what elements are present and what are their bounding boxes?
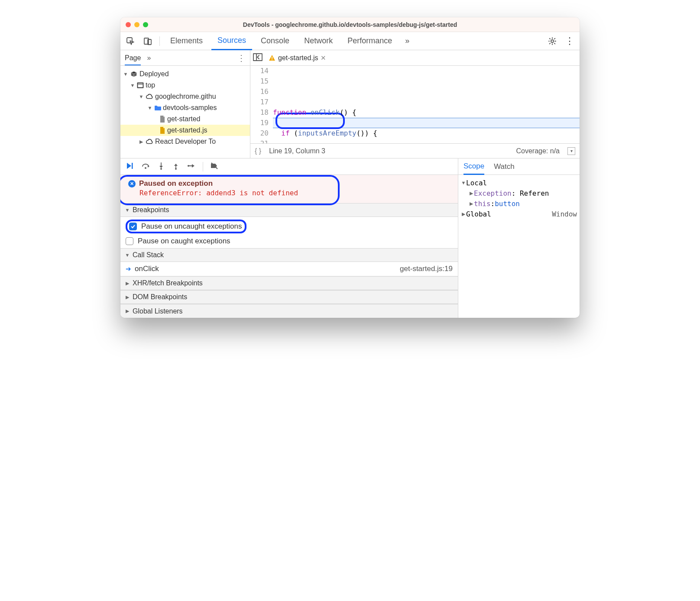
pane-title: XHR/fetch Breakpoints <box>133 279 203 287</box>
svg-point-11 <box>145 167 146 169</box>
global-listeners-header[interactable]: ▶Global Listeners <box>120 304 458 318</box>
cursor-position: Line 19, Column 3 <box>269 147 325 155</box>
paused-title: Paused on exception <box>139 179 213 188</box>
line-number: 18 <box>250 107 269 118</box>
scope-exception[interactable]: ▶Exception: Referen <box>461 188 577 198</box>
tree-folder[interactable]: ▼ devtools-samples <box>120 102 250 113</box>
editor-tab-label: get-started.js <box>278 54 318 62</box>
svg-rect-8 <box>272 57 272 59</box>
tree-file-js[interactable]: get-started.js <box>120 125 250 136</box>
xhr-breakpoints-header[interactable]: ▶XHR/fetch Breakpoints <box>120 276 458 290</box>
svg-point-3 <box>551 40 554 42</box>
code-token: ()) { <box>356 129 377 137</box>
tree-label: Deployed <box>139 70 169 78</box>
status-dropdown-icon[interactable]: ▾ <box>567 147 575 155</box>
navigator-tab-page[interactable]: Page <box>125 54 141 65</box>
tree-origin[interactable]: ▼ googlechrome.githu <box>120 91 250 102</box>
devtools-window: DevTools - googlechrome.github.io/devtoo… <box>120 17 580 318</box>
maximize-window-button[interactable] <box>143 22 148 27</box>
scope-global[interactable]: ▶GlobalWindow <box>461 209 577 219</box>
code-token: () { <box>340 108 356 116</box>
scope-value: Window <box>552 210 577 218</box>
editor-pane: get-started.js ✕ 14 15 16 17 18 19 20 21 <box>250 50 580 158</box>
scope-value: button <box>495 200 520 208</box>
step-into-button[interactable] <box>158 162 165 171</box>
scope-local[interactable]: ▼Local <box>461 178 577 188</box>
pane-title: DOM Breakpoints <box>133 293 187 301</box>
device-toolbar-icon[interactable] <box>140 34 155 48</box>
scope-label: Global <box>466 210 491 218</box>
svg-point-15 <box>175 168 177 170</box>
minimize-window-button[interactable] <box>134 22 139 27</box>
pause-uncaught-checkbox[interactable] <box>129 223 137 230</box>
pause-uncaught-label: Pause on uncaught exceptions <box>141 222 242 231</box>
deactivate-breakpoints-button[interactable] <box>210 162 219 171</box>
line-number: 20 <box>250 128 269 139</box>
svg-rect-10 <box>132 163 133 169</box>
pause-caught-checkbox[interactable] <box>126 237 133 245</box>
editor-tab-get-started-js[interactable]: get-started.js ✕ <box>264 50 331 65</box>
svg-point-13 <box>160 168 162 170</box>
navigator-more-icon[interactable]: ⋮ <box>237 53 246 63</box>
scope-value: : Referen <box>512 189 549 197</box>
close-window-button[interactable] <box>126 22 131 27</box>
warning-icon <box>269 55 275 61</box>
line-number: 17 <box>250 97 269 107</box>
dom-breakpoints-header[interactable]: ▶DOM Breakpoints <box>120 290 458 304</box>
navigator-pane: Page » ⋮ ▼ Deployed ▼ top ▼ <box>120 50 250 158</box>
tab-network[interactable]: Network <box>298 32 339 50</box>
line-number: 15 <box>250 76 269 87</box>
file-tree: ▼ Deployed ▼ top ▼ googlechrome.githu ▼ <box>120 66 250 150</box>
exception-close-icon[interactable]: ✕ <box>128 180 136 187</box>
callstack-frame[interactable]: ➔ onClick get-started.js:19 <box>120 262 458 276</box>
resume-button[interactable] <box>126 162 133 171</box>
tree-file-html[interactable]: get-started <box>120 113 250 125</box>
code-token: ( <box>290 129 298 137</box>
navigator-overflow-icon[interactable]: » <box>147 54 151 62</box>
scope-pane: Scope Watch ▼Local ▶Exception: Referen ▶… <box>458 158 580 318</box>
tree-label: top <box>146 81 155 89</box>
toggle-navigator-icon[interactable] <box>253 53 262 63</box>
more-menu-icon[interactable]: ⋮ <box>562 34 577 48</box>
script-icon <box>159 127 165 134</box>
step-out-button[interactable] <box>172 162 179 171</box>
tab-watch[interactable]: Watch <box>494 162 515 171</box>
tabs-overflow-icon[interactable]: » <box>401 36 414 45</box>
svg-rect-0 <box>127 38 132 43</box>
tab-elements[interactable]: Elements <box>164 32 209 50</box>
tree-label: devtools-samples <box>163 104 217 112</box>
line-number: 21 <box>250 139 269 143</box>
step-button[interactable] <box>187 162 196 171</box>
tab-console[interactable]: Console <box>255 32 295 50</box>
debugger-left-pane: ✕ Paused on exception ReferenceError: ad… <box>120 158 458 318</box>
scope-this[interactable]: ▶this: button <box>461 198 577 209</box>
debugger-area: ✕ Paused on exception ReferenceError: ad… <box>120 158 580 318</box>
editor-tabstrip: get-started.js ✕ <box>250 50 580 66</box>
scope-label: Local <box>466 179 487 187</box>
coverage-label: Coverage: n/a <box>516 147 560 155</box>
tree-label: React Developer To <box>155 138 216 145</box>
document-icon <box>159 116 165 123</box>
tree-extension[interactable]: ▶ React Developer To <box>120 136 250 147</box>
pretty-print-icon[interactable]: { } <box>255 147 261 155</box>
tab-scope[interactable]: Scope <box>463 162 484 175</box>
navigator-header: Page » ⋮ <box>120 50 250 66</box>
tab-sources[interactable]: Sources <box>211 32 252 50</box>
cloud-icon <box>146 94 153 100</box>
frame-location: get-started.js:19 <box>400 265 453 273</box>
folder-icon <box>154 105 161 111</box>
line-number: 14 <box>250 66 269 76</box>
tree-top[interactable]: ▼ top <box>120 80 250 91</box>
close-tab-icon[interactable]: ✕ <box>321 54 326 62</box>
step-over-button[interactable] <box>141 162 150 171</box>
tab-performance[interactable]: Performance <box>341 32 398 50</box>
window-titlebar: DevTools - googlechrome.github.io/devtoo… <box>120 17 580 32</box>
svg-rect-9 <box>272 59 272 60</box>
tree-label: get-started.js <box>167 126 207 134</box>
inspect-element-icon[interactable] <box>123 34 138 48</box>
callstack-header[interactable]: ▼Call Stack <box>120 248 458 262</box>
code-editor[interactable]: 14 15 16 17 18 19 20 21 function onClick… <box>250 66 580 143</box>
settings-gear-icon[interactable] <box>545 34 560 48</box>
tree-deployed[interactable]: ▼ Deployed <box>120 68 250 80</box>
breakpoints-header[interactable]: ▼Breakpoints <box>120 203 458 217</box>
